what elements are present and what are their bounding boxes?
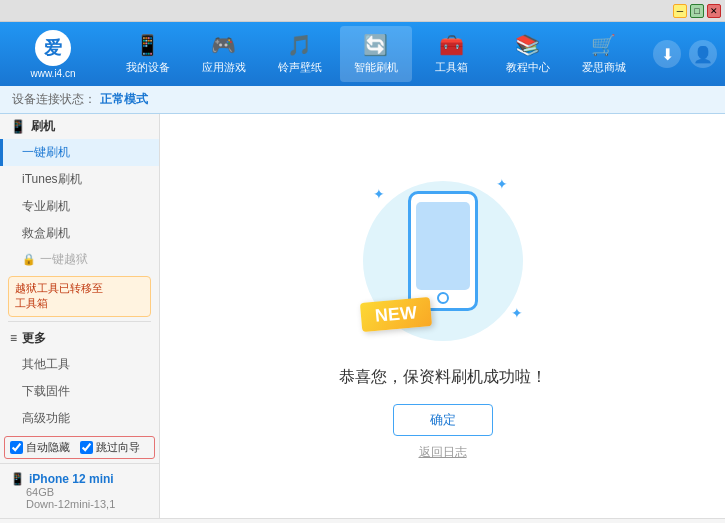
center-content: NEW ✦ ✦ ✦ 恭喜您，保资料刷机成功啦！ 确定 返回日志 xyxy=(160,114,725,518)
nav-apps-label: 应用游戏 xyxy=(202,60,246,75)
device-model: Down-12mini-13,1 xyxy=(10,498,149,510)
smart-flash-icon: 🔄 xyxy=(363,33,388,57)
nav-right-controls: ⬇ 👤 xyxy=(653,40,717,68)
checkbox-area: 自动隐藏 跳过向导 xyxy=(4,436,155,459)
nav-toolbox[interactable]: 🧰 工具箱 xyxy=(416,26,488,82)
via-wizard-label: 跳过向导 xyxy=(96,440,140,455)
nav-ringtone-label: 铃声壁纸 xyxy=(278,60,322,75)
top-nav: 爱 www.i4.cn 📱 我的设备 🎮 应用游戏 🎵 铃声壁纸 🔄 智能刷机 … xyxy=(0,22,725,86)
nav-my-device[interactable]: 📱 我的设备 xyxy=(112,26,184,82)
nav-smart-flash-label: 智能刷机 xyxy=(354,60,398,75)
close-button[interactable]: ✕ xyxy=(707,4,721,18)
download-button[interactable]: ⬇ xyxy=(653,40,681,68)
phone-home xyxy=(437,292,449,304)
toolbox-icon: 🧰 xyxy=(439,33,464,57)
ringtone-icon: 🎵 xyxy=(287,33,312,57)
auto-hide-label: 自动隐藏 xyxy=(26,440,70,455)
device-name: 📱 iPhone 12 mini xyxy=(10,472,149,486)
download-fw-label: 下载固件 xyxy=(22,384,70,398)
nav-store[interactable]: 🛒 爱思商城 xyxy=(568,26,640,82)
sidebar-scroll: 📱 刷机 一键刷机 iTunes刷机 专业刷机 救盒刷机 🔒 一键越狱 越狱工具… xyxy=(0,114,159,432)
sidebar-pro-flash-label: 专业刷机 xyxy=(22,199,70,213)
status-value: 正常模式 xyxy=(100,91,148,108)
nav-smart-flash[interactable]: 🔄 智能刷机 xyxy=(340,26,412,82)
advanced-label: 高级功能 xyxy=(22,411,70,425)
sparkle-icon-1: ✦ xyxy=(373,186,385,202)
sidebar-one-key-flash-label: 一键刷机 xyxy=(22,145,70,159)
new-badge: NEW xyxy=(359,297,431,332)
sidebar: 📱 刷机 一键刷机 iTunes刷机 专业刷机 救盒刷机 🔒 一键越狱 越狱工具… xyxy=(0,114,160,518)
bottom-bar: 阻止iTunes运行 V7.98.66 客服 微信公众号 检查更新 xyxy=(0,518,725,523)
title-bar: ─ □ ✕ xyxy=(0,0,725,22)
logo-text: www.i4.cn xyxy=(30,68,75,79)
sidebar-item-advanced[interactable]: 高级功能 xyxy=(0,405,159,432)
tutorial-icon: 📚 xyxy=(515,33,540,57)
phone-body xyxy=(408,191,478,311)
auto-hide-checkbox-label[interactable]: 自动隐藏 xyxy=(10,440,70,455)
back-today-link[interactable]: 返回日志 xyxy=(419,444,467,461)
via-wizard-checkbox-label[interactable]: 跳过向导 xyxy=(80,440,140,455)
more-section-label: 更多 xyxy=(22,330,46,347)
nav-apps[interactable]: 🎮 应用游戏 xyxy=(188,26,260,82)
status-label: 设备连接状态： xyxy=(12,91,96,108)
logo-area[interactable]: 爱 www.i4.cn xyxy=(8,30,98,79)
logo-icon: 爱 xyxy=(35,30,71,66)
account-button[interactable]: 👤 xyxy=(689,40,717,68)
minimize-button[interactable]: ─ xyxy=(673,4,687,18)
nav-tutorial[interactable]: 📚 教程中心 xyxy=(492,26,564,82)
main-row: 📱 刷机 一键刷机 iTunes刷机 专业刷机 救盒刷机 🔒 一键越狱 越狱工具… xyxy=(0,114,725,518)
maximize-button[interactable]: □ xyxy=(690,4,704,18)
phone-illustration: NEW ✦ ✦ ✦ xyxy=(353,171,533,351)
nav-tutorial-label: 教程中心 xyxy=(506,60,550,75)
sidebar-item-other-tools[interactable]: 其他工具 xyxy=(0,351,159,378)
flash-section-icon: 📱 xyxy=(10,119,26,134)
sidebar-item-download-fw[interactable]: 下载固件 xyxy=(0,378,159,405)
sparkle-icon-3: ✦ xyxy=(511,305,523,321)
status-bar: 设备连接状态： 正常模式 xyxy=(0,86,725,114)
jailbreak-notice: 越狱工具已转移至 工具箱 xyxy=(8,276,151,317)
sidebar-itunes-flash-label: iTunes刷机 xyxy=(22,172,82,186)
sidebar-section-flash: 📱 刷机 xyxy=(0,114,159,139)
confirm-button[interactable]: 确定 xyxy=(393,404,493,436)
device-name-text: iPhone 12 mini xyxy=(29,472,114,486)
sidebar-item-itunes-flash[interactable]: iTunes刷机 xyxy=(0,166,159,193)
more-section-icon: ≡ xyxy=(10,331,17,345)
sidebar-item-pro-flash[interactable]: 专业刷机 xyxy=(0,193,159,220)
nav-store-label: 爱思商城 xyxy=(582,60,626,75)
sidebar-grayed-jailbreak: 🔒 一键越狱 xyxy=(0,247,159,272)
sidebar-save-flash-label: 救盒刷机 xyxy=(22,226,70,240)
sidebar-item-save-flash[interactable]: 救盒刷机 xyxy=(0,220,159,247)
device-panel: 📱 iPhone 12 mini 64GB Down-12mini-13,1 xyxy=(0,463,159,518)
other-tools-label: 其他工具 xyxy=(22,357,70,371)
flash-section-label: 刷机 xyxy=(31,118,55,135)
grayed-jailbreak-label: 一键越狱 xyxy=(40,251,88,268)
my-device-icon: 📱 xyxy=(135,33,160,57)
sidebar-divider xyxy=(8,321,151,322)
store-icon: 🛒 xyxy=(591,33,616,57)
device-icon: 📱 xyxy=(10,472,25,486)
apps-icon: 🎮 xyxy=(211,33,236,57)
phone-screen xyxy=(416,202,470,290)
nav-toolbox-label: 工具箱 xyxy=(435,60,468,75)
success-text: 恭喜您，保资料刷机成功啦！ xyxy=(339,367,547,388)
device-storage: 64GB xyxy=(10,486,149,498)
auto-hide-checkbox[interactable] xyxy=(10,441,23,454)
sparkle-icon-2: ✦ xyxy=(496,176,508,192)
sidebar-section-more: ≡ 更多 xyxy=(0,326,159,351)
nav-ringtone[interactable]: 🎵 铃声壁纸 xyxy=(264,26,336,82)
via-wizard-checkbox[interactable] xyxy=(80,441,93,454)
sidebar-item-one-key-flash[interactable]: 一键刷机 xyxy=(0,139,159,166)
nav-items: 📱 我的设备 🎮 应用游戏 🎵 铃声壁纸 🔄 智能刷机 🧰 工具箱 📚 教程中心… xyxy=(98,26,653,82)
nav-my-device-label: 我的设备 xyxy=(126,60,170,75)
